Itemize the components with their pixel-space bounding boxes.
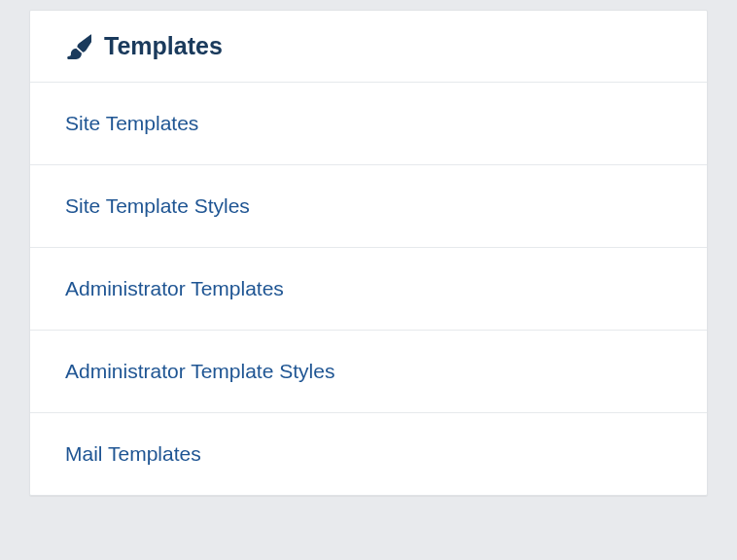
panel-title: Templates — [104, 32, 223, 60]
list-item: Mail Templates — [30, 412, 707, 495]
mail-templates-link[interactable]: Mail Templates — [30, 413, 707, 495]
templates-panel: Templates Site Templates Site Template S… — [29, 10, 708, 496]
templates-list: Site Templates Site Template Styles Admi… — [30, 82, 707, 495]
site-template-styles-link[interactable]: Site Template Styles — [30, 165, 707, 247]
administrator-template-styles-link[interactable]: Administrator Template Styles — [30, 331, 707, 412]
administrator-templates-link[interactable]: Administrator Templates — [30, 248, 707, 330]
list-item: Administrator Templates — [30, 247, 707, 330]
site-templates-link[interactable]: Site Templates — [30, 83, 707, 164]
list-item: Administrator Template Styles — [30, 330, 707, 412]
list-item: Site Template Styles — [30, 164, 707, 247]
paint-brush-icon — [65, 33, 92, 60]
list-item: Site Templates — [30, 82, 707, 164]
panel-header: Templates — [30, 11, 707, 82]
